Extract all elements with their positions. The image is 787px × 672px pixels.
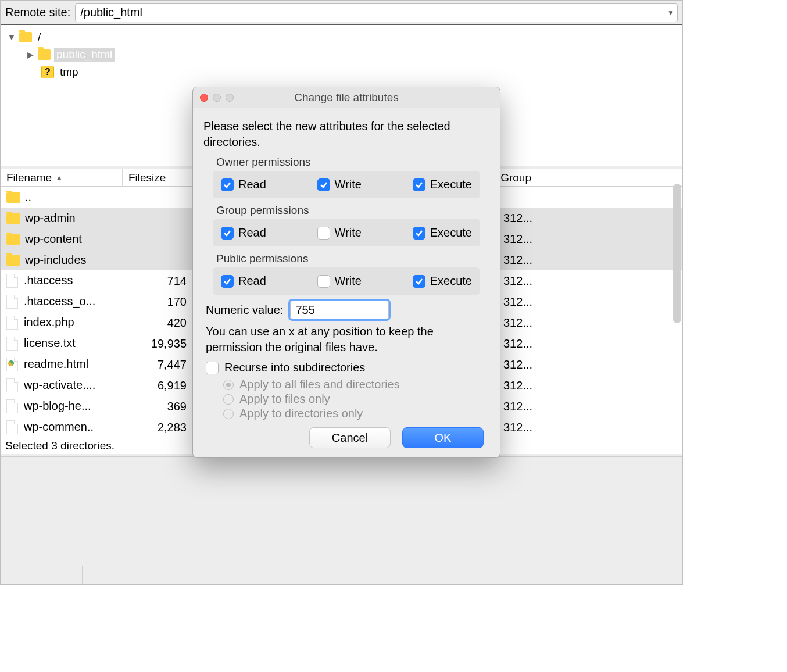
file-group: 312... <box>498 233 538 246</box>
file-icon <box>6 378 18 392</box>
file-size: 170 <box>140 295 192 309</box>
file-size: 6,919 <box>140 379 192 392</box>
folder-icon <box>6 213 20 224</box>
file-name: .. <box>25 191 31 203</box>
group-permissions-label: Group permissions <box>216 204 489 217</box>
owner-read-checkbox[interactable]: Read <box>221 178 266 191</box>
recurse-apply-all-radio[interactable]: Apply to all files and directories <box>223 378 489 391</box>
owner-write-checkbox[interactable]: Write <box>317 178 362 191</box>
tree-item-label: public_html <box>54 48 115 62</box>
file-icon <box>6 274 18 288</box>
dialog-intro-text: Please select the new attributes for the… <box>203 119 489 150</box>
radio-icon <box>223 380 234 390</box>
file-icon <box>6 295 18 309</box>
html-file-icon <box>6 358 18 371</box>
file-name: readme.html <box>24 358 88 370</box>
file-size: 2,283 <box>140 421 192 434</box>
file-name: wp-content <box>25 233 82 245</box>
remote-site-bar: Remote site: ▼ <box>1 1 682 25</box>
file-attributes-dialog: Change file attributes Please select the… <box>192 87 500 458</box>
folder-icon <box>6 255 20 266</box>
question-icon: ? <box>41 66 54 78</box>
dialog-title: Change file attributes <box>193 91 500 104</box>
public-execute-checkbox[interactable]: Execute <box>413 274 472 288</box>
column-header-filesize[interactable]: Filesize <box>123 169 192 186</box>
recurse-apply-dirs-radio[interactable]: Apply to directories only <box>223 407 489 420</box>
public-permissions-label: Public permissions <box>216 252 489 265</box>
file-size: 420 <box>140 316 192 330</box>
file-group: 312... <box>498 253 538 267</box>
folder-icon <box>19 32 32 42</box>
file-name: wp-admin <box>25 212 76 224</box>
cancel-button[interactable]: Cancel <box>309 427 391 448</box>
file-icon <box>6 399 18 413</box>
numeric-value-input[interactable] <box>290 301 389 319</box>
owner-permissions-label: Owner permissions <box>216 156 489 169</box>
public-permissions-group: Read Write Execute <box>213 267 480 295</box>
file-size: 19,935 <box>140 337 192 351</box>
tree-item-label: / <box>35 30 43 44</box>
dialog-titlebar[interactable]: Change file attributes <box>193 87 500 108</box>
tree-row[interactable]: ? tmp <box>6 63 677 81</box>
public-write-checkbox[interactable]: Write <box>317 274 362 288</box>
file-name: .htaccess_o... <box>24 295 95 308</box>
file-icon <box>6 337 18 351</box>
file-name: wp-includes <box>25 253 87 266</box>
scrollbar-thumb[interactable] <box>673 184 681 323</box>
folder-icon <box>6 192 20 203</box>
file-group: 312... <box>498 295 538 309</box>
tree-item-label: tmp <box>58 65 81 79</box>
file-icon <box>6 420 18 434</box>
file-group: 312... <box>498 274 538 288</box>
chevron-down-icon[interactable]: ▼ <box>664 9 677 17</box>
group-write-checkbox[interactable]: Write <box>317 226 362 240</box>
tree-row[interactable]: ▶ public_html <box>6 46 677 63</box>
tree-expander-open-icon[interactable]: ▼ <box>6 32 17 42</box>
remote-site-label: Remote site: <box>5 6 70 19</box>
tree-row[interactable]: ▼ / <box>6 28 677 46</box>
numeric-hint-text: You can use an x at any position to keep… <box>206 324 489 355</box>
group-permissions-group: Read Write Execute <box>213 219 480 246</box>
radio-icon <box>223 394 234 405</box>
file-group: 312... <box>498 212 538 225</box>
file-name: .htaccess <box>24 274 73 287</box>
owner-permissions-group: Read Write Execute <box>213 171 480 198</box>
file-name: wp-blog-he... <box>24 399 91 412</box>
file-group: 312... <box>498 421 538 434</box>
file-name: index.php <box>24 316 74 328</box>
bottom-strip <box>1 456 682 475</box>
file-group: 312... <box>498 400 538 413</box>
tree-expander-closed-icon[interactable]: ▶ <box>25 49 35 60</box>
window-maximize-icon[interactable] <box>226 94 234 102</box>
file-size: 369 <box>140 400 192 413</box>
file-name: wp-commen.. <box>24 420 94 433</box>
file-group: 312... <box>498 316 538 330</box>
column-header-filename[interactable]: Filename ▲ <box>1 169 123 186</box>
folder-icon <box>38 49 51 60</box>
recurse-apply-files-radio[interactable]: Apply to files only <box>223 392 489 406</box>
sort-asc-icon: ▲ <box>55 173 63 182</box>
file-group: 312... <box>498 358 538 371</box>
file-name: wp-activate.... <box>24 378 95 391</box>
numeric-value-label: Numeric value: <box>206 303 283 317</box>
file-size: 714 <box>140 274 192 288</box>
recurse-label: Recurse into subdirectories <box>224 361 365 374</box>
vertical-splitter[interactable] <box>82 566 85 584</box>
file-group: 312... <box>498 337 538 351</box>
file-icon <box>6 316 18 330</box>
radio-icon <box>223 409 234 419</box>
recurse-checkbox[interactable] <box>206 362 219 374</box>
ok-button[interactable]: OK <box>402 427 484 448</box>
group-execute-checkbox[interactable]: Execute <box>413 226 472 240</box>
remote-path-input[interactable] <box>76 4 664 22</box>
group-read-checkbox[interactable]: Read <box>221 226 266 240</box>
owner-execute-checkbox[interactable]: Execute <box>413 178 472 191</box>
file-name: license.txt <box>24 337 76 349</box>
file-size: 7,447 <box>140 358 192 371</box>
window-close-icon[interactable] <box>200 94 208 102</box>
window-minimize-icon[interactable] <box>213 94 221 102</box>
remote-path-combo[interactable]: ▼ <box>75 3 678 22</box>
file-group: 312... <box>498 379 538 392</box>
public-read-checkbox[interactable]: Read <box>221 274 266 288</box>
folder-icon <box>6 234 20 245</box>
